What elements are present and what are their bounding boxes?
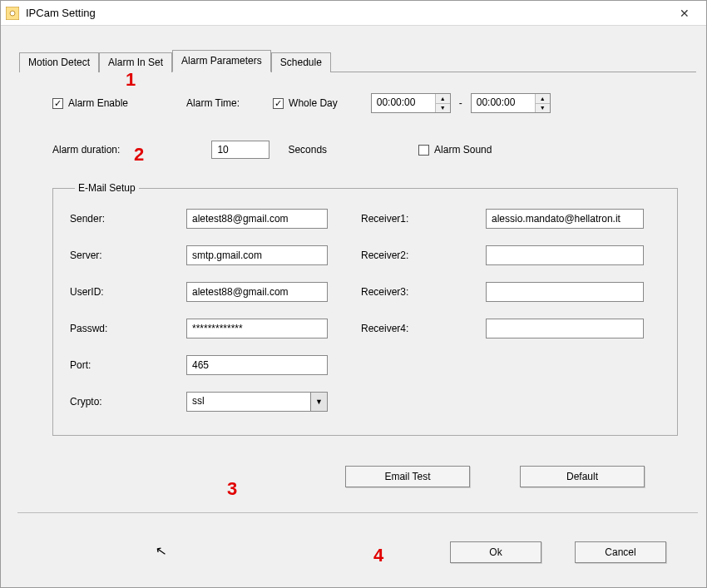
sender-input[interactable] xyxy=(186,209,328,229)
alarm-time-label: Alarm Time: xyxy=(186,97,240,109)
annotation-4: 4 xyxy=(373,545,383,566)
time-to-down-icon[interactable]: ▼ xyxy=(536,104,550,113)
separator xyxy=(17,512,698,513)
receiver2-label: Receiver2: xyxy=(361,250,461,261)
receiver1-input[interactable] xyxy=(486,209,644,229)
receiver2-input[interactable] xyxy=(486,245,644,265)
tab-schedule[interactable]: Schedule xyxy=(271,52,331,72)
time-from-down-icon[interactable]: ▼ xyxy=(436,104,450,113)
window-root: IPCam Setting ✕ Motion Detect Alarm In S… xyxy=(0,0,707,588)
time-from-value[interactable]: 00:00:00 xyxy=(372,94,435,112)
annotation-3: 3 xyxy=(227,478,237,500)
userid-label: UserID: xyxy=(70,286,161,298)
alarm-sound-label: Alarm Sound xyxy=(434,144,492,156)
email-setup-group: E-Mail Setup Sender: Receiver1: Server: … xyxy=(52,182,678,436)
email-setup-legend: E-Mail Setup xyxy=(75,182,139,194)
app-icon xyxy=(6,7,19,20)
alarm-duration-label: Alarm duration: xyxy=(52,144,120,156)
cancel-button[interactable]: Cancel xyxy=(575,541,666,563)
time-separator: - xyxy=(459,97,462,109)
crypto-value: ssl xyxy=(187,393,310,411)
alarm-enable-label: Alarm Enable xyxy=(68,97,128,109)
close-button[interactable]: ✕ xyxy=(668,2,701,25)
userid-input[interactable] xyxy=(186,282,328,302)
receiver4-input[interactable] xyxy=(486,319,644,338)
svg-point-1 xyxy=(10,11,15,16)
receiver1-label: Receiver1: xyxy=(361,213,461,225)
ok-button[interactable]: Ok xyxy=(450,541,541,563)
panel-alarm-parameters: Alarm Enable Alarm Time: Whole Day 00:00… xyxy=(19,72,696,496)
chevron-down-icon[interactable]: ▼ xyxy=(310,393,327,411)
tab-motion-detect[interactable]: Motion Detect xyxy=(19,52,99,72)
crypto-label: Crypto: xyxy=(70,396,161,408)
passwd-label: Passwd: xyxy=(70,323,161,334)
alarm-enable-checkbox[interactable] xyxy=(52,98,63,109)
time-to-input[interactable]: 00:00:00 ▲ ▼ xyxy=(471,93,551,113)
whole-day-label: Whole Day xyxy=(289,97,338,109)
alarm-duration-unit: Seconds xyxy=(288,144,327,156)
time-from-input[interactable]: 00:00:00 ▲ ▼ xyxy=(371,93,451,113)
crypto-select[interactable]: ssl ▼ xyxy=(186,392,328,412)
time-to-value[interactable]: 00:00:00 xyxy=(472,94,535,112)
port-label: Port: xyxy=(70,359,161,371)
receiver3-input[interactable] xyxy=(486,282,644,302)
window-title: IPCam Setting xyxy=(26,7,96,19)
dialog-buttons: Ok Cancel xyxy=(1,541,706,563)
tab-alarm-parameters[interactable]: Alarm Parameters xyxy=(172,50,271,72)
alarm-sound-checkbox[interactable] xyxy=(418,145,429,156)
receiver3-label: Receiver3: xyxy=(361,286,461,298)
sender-label: Sender: xyxy=(70,213,161,225)
time-from-up-icon[interactable]: ▲ xyxy=(436,94,450,104)
alarm-duration-input[interactable] xyxy=(211,141,269,159)
receiver4-label: Receiver4: xyxy=(361,323,461,334)
server-label: Server: xyxy=(70,250,161,261)
annotation-2: 2 xyxy=(134,144,144,166)
passwd-input[interactable] xyxy=(186,319,328,338)
port-input[interactable] xyxy=(186,355,328,375)
default-button[interactable]: Default xyxy=(520,466,645,487)
tab-row: Motion Detect Alarm In Set Alarm Paramet… xyxy=(19,49,696,72)
email-test-button[interactable]: Email Test xyxy=(345,466,470,487)
titlebar: IPCam Setting ✕ xyxy=(1,1,706,26)
annotation-1: 1 xyxy=(126,69,136,91)
whole-day-checkbox[interactable] xyxy=(273,98,284,109)
server-input[interactable] xyxy=(186,245,328,265)
time-to-up-icon[interactable]: ▲ xyxy=(536,94,550,104)
